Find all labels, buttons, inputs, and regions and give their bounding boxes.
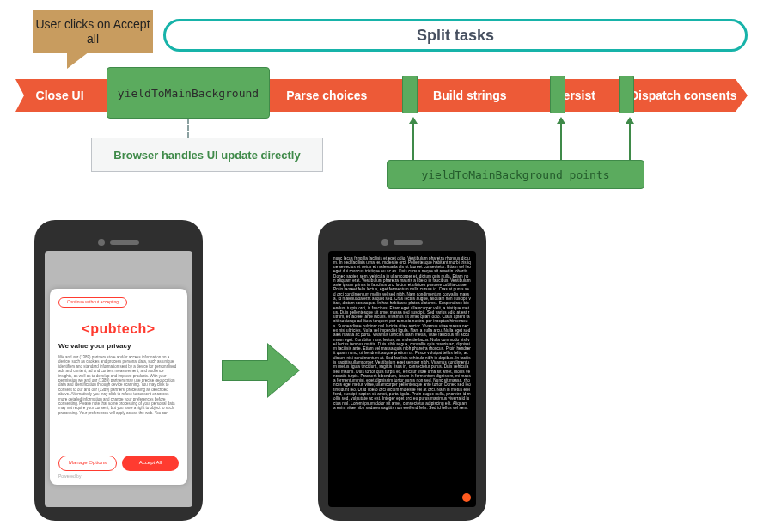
consent-buttons: Manage Options Accept All — [58, 456, 179, 471]
yield-point-arrow-b — [557, 117, 565, 124]
seg-parse: Parse choices — [264, 79, 389, 112]
yield-to-main-label: yieldToMainBackground — [118, 87, 259, 100]
camera-dot-icon — [382, 239, 388, 246]
connector-dashed — [187, 119, 189, 138]
yield-points-label-box: yieldToMainBackground points — [387, 160, 644, 189]
seg-build-label: Build strings — [433, 89, 507, 102]
seg-gap-c — [599, 79, 620, 112]
consent-dialog: Continue without accepting <pubtech> We … — [50, 289, 187, 485]
accept-all-label: Accept All — [139, 460, 162, 466]
manage-options-label: Manage Options — [69, 460, 107, 466]
phones-row: Continue without accepting <pubtech> We … — [34, 217, 729, 523]
yield-points-label: yieldToMainBackground points — [421, 168, 609, 181]
seg-build: Build strings — [408, 79, 532, 112]
privacy-body: We and our (1389) partners store and/or … — [58, 355, 179, 450]
seg-close-ui: Close UI — [15, 79, 104, 112]
phone2-screen: nunc lacus fringilla facilisis et eget o… — [328, 251, 476, 507]
yield-point-marker-c — [619, 76, 634, 113]
yield-point-arrow-c — [626, 117, 634, 124]
yield-point-stem-c — [629, 124, 631, 160]
phone1-screen: Continue without accepting <pubtech> We … — [45, 251, 192, 507]
yield-point-stem-b — [560, 124, 562, 160]
pubtech-brand: <pubtech> — [58, 321, 179, 337]
phone-after: nunc lacus fringilla facilisis et eget o… — [318, 220, 486, 521]
yield-point-stem-a — [412, 124, 414, 160]
split-tasks-pill: Split tasks — [163, 19, 748, 52]
phone1-notch — [98, 239, 139, 246]
speaker-bar-icon — [110, 240, 139, 245]
accept-all-button[interactable]: Accept All — [122, 456, 179, 471]
yield-point-arrow-a — [409, 117, 418, 124]
phone-before: Continue without accepting <pubtech> We … — [34, 220, 203, 521]
seg-parse-label: Parse choices — [286, 89, 367, 102]
browser-handles-box: Browser handles UI update directly — [91, 138, 323, 172]
phone2-notch — [382, 239, 423, 246]
privacy-heading: We value your privacy — [58, 342, 179, 350]
powered-by: Powered by — [58, 474, 179, 480]
speaker-bar-icon — [394, 240, 423, 245]
browser-handles-label: Browser handles UI update directly — [113, 149, 300, 162]
seg-close-ui-label: Close UI — [36, 89, 84, 102]
fab-badge-icon[interactable] — [462, 493, 471, 502]
continue-without-button[interactable]: Continue without accepting — [58, 297, 127, 308]
split-tasks-label: Split tasks — [417, 27, 494, 45]
arrow-right-icon — [222, 345, 299, 396]
yield-point-marker-b — [550, 76, 565, 113]
continue-without-label: Continue without accepting — [67, 300, 119, 305]
user-click-bubble: User clicks on Accept all — [33, 10, 153, 53]
manage-options-button[interactable]: Manage Options — [58, 456, 117, 471]
camera-dot-icon — [98, 239, 105, 246]
seg-dispatch: Dispatch consents — [619, 79, 748, 112]
yield-point-marker-a — [402, 76, 418, 113]
seg-dispatch-label: Dispatch consents — [630, 89, 736, 102]
yield-to-main-block: yieldToMainBackground — [107, 67, 270, 119]
user-click-text: User clicks on Accept all — [33, 17, 153, 46]
article-text: nunc lacus fringilla facilisis et eget o… — [333, 256, 471, 411]
